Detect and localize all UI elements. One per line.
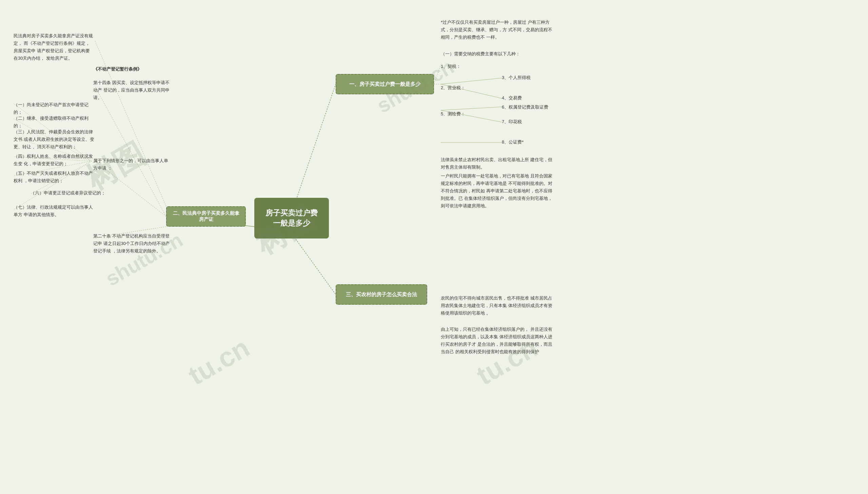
text-single-party: 属于下列情形之一的，可以由当事人单方申请 ： — [93, 157, 171, 172]
text-rural-legal-buy: 由上可知，只有已经在集体经济组织落户的， 并且还没有分到宅基地的成员，以及本集 … — [441, 326, 556, 356]
svg-line-2 — [292, 233, 336, 294]
text-civil-code-desc: 民法典对房子买卖多久能拿房产证没有规定， 而《不动产登记暂行条例》规定，房屋买卖… — [14, 32, 93, 62]
text-tax1: 1、契税： — [441, 63, 502, 70]
text-intro-transfer: *过户不仅仅只有买卖房屋过户一种，房屋过 户有三种方式，分别是买卖、继承、赠与，… — [441, 19, 553, 41]
svg-line-20 — [14, 161, 92, 210]
node-l1-transfer-fee: 一、房子买卖过户费一般是多少 — [336, 74, 434, 94]
text-tax2: 2、营业税： — [441, 84, 502, 92]
text-tax-intro: （一）需要交纳的税费主要有以下几种： — [441, 50, 553, 58]
text-tax5: 5、测绘费： — [441, 110, 502, 118]
text-property-reg-title: 《不动产登记暂行条例》 — [93, 65, 171, 73]
text-item1: （一）尚未登记的不动产首次申请登记的； — [14, 101, 92, 116]
svg-line-0 — [292, 84, 336, 213]
text-tax3: 3、个人所得税 — [502, 74, 570, 81]
text-rural-one-plot: 一户村民只能拥有一处宅基地，对已有宅基地 且符合国家规定标准的村民，再申请宅基地… — [441, 172, 556, 210]
svg-line-7 — [441, 107, 502, 110]
text-rural-no-sell: 农民的住宅不得向城市居民出售，也不得批准 城市居民占用农民集体土地建住宅，只有本… — [441, 294, 556, 317]
text-item5: （五）不动产灭失或者权利人放弃不动产权利 ，申请注销登记的； — [14, 170, 93, 185]
node-l1-rural-house: 三、买农村的房子怎么买卖合法 — [336, 284, 427, 305]
node-l1-civil-code: 二、民法典中房子买卖多久能拿房产证 — [166, 206, 246, 227]
text-rural-limit: 法律虽未禁止农村村民出卖、出租宅基地上所 建住宅，但对售房主体却有限制。 — [441, 156, 556, 171]
watermark-tu-1: tu.cn — [183, 332, 255, 391]
text-tax4: 4、交易费 — [502, 94, 570, 102]
text-item2: （二）继承、接受遗赠取得不动产权利的； — [14, 115, 92, 130]
text-item4: （四）权利人姓名、名称或者自然状况发生变 化，申请变更登记的； — [14, 153, 93, 168]
text-tax7: 7、印花税 — [502, 118, 570, 126]
text-item3: （三）人民法院、仲裁委员会生效的法律文书 或者人民政府生效的决定等设立、变更、转… — [14, 128, 95, 151]
text-tax8: 8、公证费* — [502, 138, 570, 146]
svg-line-3 — [434, 64, 441, 84]
svg-line-11 — [95, 87, 166, 216]
mind-map-canvas: 房子买卖过户费一般是多少 一、房子买卖过户费一般是多少 二、民法典中房子买卖多久… — [0, 0, 868, 494]
center-node: 房子买卖过户费一般是多少 — [254, 198, 329, 239]
text-tax6: 6、权属登记费及取证费 — [502, 103, 580, 111]
text-article20: 第二十条 不动产登记机构应当自受理登记申 请之日起30个工作日内办结不动产登记手… — [93, 232, 171, 255]
text-item6: （六）申请更正登记或者异议登记的； — [31, 189, 110, 197]
svg-line-5 — [441, 78, 502, 84]
text-article14: 第十四条 因买卖、设定抵押权等申请不动产 登记的，应当由当事人双方共同申请。 — [93, 79, 171, 101]
text-item7: （七）法律、行政法规规定可以由当事人单方 申请的其他情形。 — [14, 204, 93, 218]
